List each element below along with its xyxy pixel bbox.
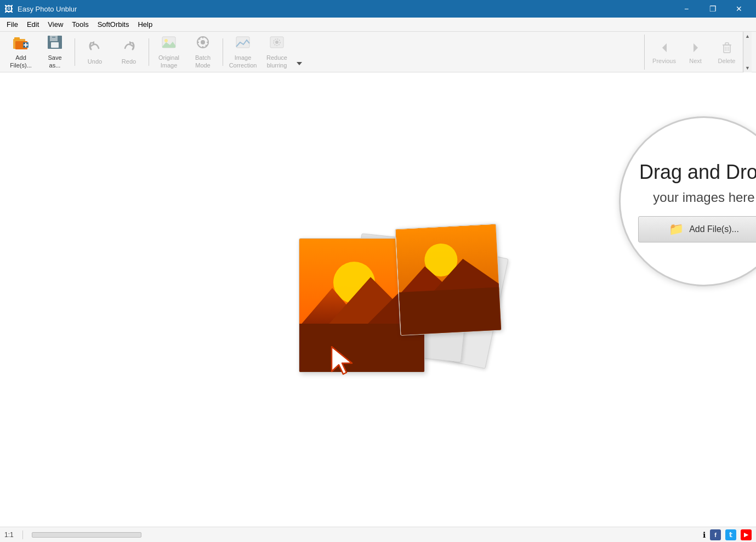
svg-rect-7 — [50, 36, 58, 41]
toolbar-next: Next — [680, 35, 710, 70]
restore-button[interactable]: ❐ — [700, 0, 725, 18]
photo-stack-area — [241, 204, 515, 396]
redo-label: Redo — [122, 58, 136, 65]
close-button[interactable]: ✕ — [726, 0, 752, 18]
toolbar-delete: Delete — [712, 35, 742, 70]
menu-view[interactable]: View — [43, 19, 67, 31]
delete-label: Delete — [718, 58, 736, 64]
magnifier-circle: Drag and Drop your images here 📁 Add Fil… — [619, 116, 756, 286]
facebook-button[interactable]: f — [710, 529, 721, 540]
original-image-icon — [161, 35, 177, 52]
reduce-blurring-label: Reduceblurring — [266, 54, 287, 69]
youtube-button[interactable]: ▶ — [741, 529, 752, 540]
menu-file[interactable]: File — [2, 19, 22, 31]
app-icon: 🖼 — [4, 4, 13, 13]
drag-drop-text: Drag and Drop — [638, 160, 756, 184]
drag-drop-subtext: your images here — [638, 190, 756, 205]
image-correction-label: ImageCorrection — [229, 54, 257, 69]
svg-marker-44 — [332, 347, 352, 374]
drop-text-area: Drag and Drop your images here 📁 Add Fil… — [622, 149, 756, 253]
menu-softorbits[interactable]: SoftOrbits — [93, 19, 134, 31]
svg-marker-24 — [297, 62, 302, 65]
toolbar-save-as[interactable]: Saveas... — [38, 35, 71, 70]
next-label: Next — [689, 58, 702, 64]
svg-rect-9 — [52, 37, 55, 38]
svg-rect-2 — [14, 37, 20, 41]
svg-line-18 — [199, 38, 200, 39]
toolbar-add-files[interactable]: AddFile(s)... — [4, 35, 37, 70]
add-files-label: AddFile(s)... — [10, 54, 32, 69]
save-as-label: Saveas... — [48, 54, 61, 69]
photo-card-second — [395, 223, 502, 335]
svg-marker-26 — [694, 43, 698, 52]
image-correction-icon — [235, 35, 251, 52]
status-sep-1 — [22, 530, 23, 539]
window-controls: − ❐ ✕ — [674, 0, 752, 18]
zoom-level: 1:1 — [4, 531, 14, 539]
menu-tools[interactable]: Tools — [67, 19, 93, 31]
main-content: Drag and Drop your images here 📁 Add Fil… — [0, 72, 756, 527]
toolbar-undo: Undo — [78, 35, 111, 70]
twitter-button[interactable]: 𝕥 — [725, 529, 736, 540]
svg-line-19 — [206, 45, 207, 46]
toolbar-previous: Previous — [649, 35, 679, 70]
svg-rect-43 — [399, 287, 502, 336]
toolbar-original-image: OriginalImage — [152, 35, 185, 70]
info-button[interactable]: ℹ — [703, 530, 706, 539]
original-image-label: OriginalImage — [158, 54, 179, 69]
undo-label: Undo — [88, 58, 102, 65]
app-title: Easy Photo Unblur — [18, 5, 77, 13]
batch-mode-icon — [195, 35, 211, 52]
toolbar-sep-2 — [149, 38, 149, 66]
svg-point-13 — [201, 40, 205, 44]
status-right: ℹ f 𝕥 ▶ — [703, 529, 752, 540]
folder-icon: 📁 — [669, 222, 684, 236]
toolbar-reduce-blurring: Reduceblurring — [260, 35, 293, 70]
status-bar: 1:1 ℹ f 𝕥 ▶ — [0, 527, 756, 542]
toolbar-redo: Redo — [112, 35, 145, 70]
redo-icon — [121, 38, 137, 56]
svg-rect-29 — [725, 43, 729, 45]
batch-mode-label: BatchMode — [195, 54, 211, 69]
svg-rect-8 — [51, 42, 59, 48]
save-as-icon — [47, 35, 63, 52]
svg-rect-20 — [236, 37, 249, 48]
toolbar-sep-1 — [75, 38, 75, 66]
undo-icon — [87, 38, 103, 56]
toolbar-scrollbar: ▲ ▼ — [743, 32, 752, 72]
reduce-blurring-icon — [269, 35, 285, 52]
cursor-icon — [329, 344, 356, 379]
title-bar-left: 🖼 Easy Photo Unblur — [4, 4, 77, 13]
scroll-down-arrow[interactable]: ▼ — [743, 64, 752, 72]
add-files-button[interactable]: 📁 Add File(s)... — [638, 216, 756, 242]
add-files-icon — [12, 35, 30, 52]
add-files-button-label: Add File(s)... — [689, 224, 739, 234]
toolbar: AddFile(s)... Saveas... Undo — [0, 32, 756, 72]
toolbar-nav: Previous Next Delete — [644, 35, 742, 70]
menu-edit[interactable]: Edit — [22, 19, 43, 31]
toolbar-batch-mode: BatchMode — [186, 35, 219, 70]
toolbar-overflow[interactable] — [295, 35, 303, 70]
progress-bar — [32, 532, 141, 538]
svg-point-23 — [275, 41, 278, 44]
menu-help[interactable]: Help — [133, 19, 157, 31]
previous-label: Previous — [652, 58, 676, 64]
menu-bar: File Edit View Tools SoftOrbits Help — [0, 18, 756, 32]
svg-marker-25 — [662, 43, 667, 52]
toolbar-image-correction: ImageCorrection — [226, 35, 259, 70]
toolbar-sep-3 — [223, 38, 223, 66]
svg-point-11 — [164, 39, 168, 42]
title-bar: 🖼 Easy Photo Unblur − ❐ ✕ — [0, 0, 756, 18]
minimize-button[interactable]: − — [674, 0, 699, 18]
status-progress-area — [32, 532, 694, 538]
scroll-up-arrow[interactable]: ▲ — [743, 32, 752, 41]
